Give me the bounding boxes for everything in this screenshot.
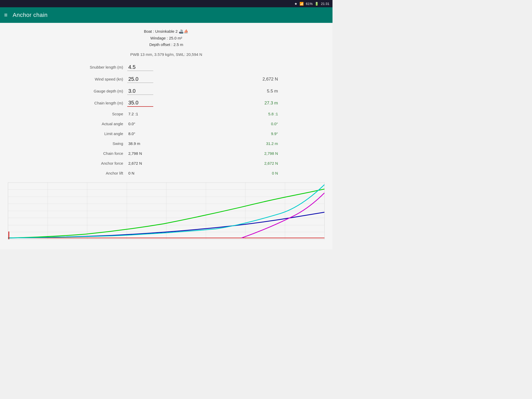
limit-angle-left: 8.0°	[127, 131, 169, 136]
swing-label: Swing	[49, 141, 127, 146]
scope-right: 5.8 :1	[242, 112, 283, 116]
swing-right: 31.2 m	[242, 141, 283, 146]
snubber-input[interactable]	[127, 64, 153, 71]
actual-angle-right: 0.0°	[242, 122, 283, 126]
anchor-lift-right: 0 N	[242, 171, 283, 175]
clock: 21:31	[321, 2, 329, 6]
app-bar: ≡ Anchor chain	[0, 7, 332, 23]
windage-line: Windage : 25.0 m²	[8, 35, 325, 42]
chain-force-left: 2,798 N	[127, 151, 169, 156]
wind-speed-row: Wind speed (kn) 2,672 N	[49, 73, 283, 85]
actual-angle-label: Actual angle	[49, 122, 127, 126]
boat-name-line: Boat : Unsinkable 2 🚢⛵	[8, 28, 325, 35]
anchor-lift-label: Anchor lift	[49, 171, 127, 175]
limit-angle-label: Limit angle	[49, 131, 127, 136]
actual-angle-row: Actual angle 0.0° 0.0°	[49, 119, 283, 129]
wind-speed-input[interactable]	[127, 76, 153, 83]
menu-icon[interactable]: ≡	[4, 12, 8, 18]
anchor-lift-row: Anchor lift 0 N 0 N	[49, 168, 283, 178]
snubber-row: Snubber length (m)	[49, 61, 283, 73]
depth-offset-line: Depth offset : 2.5 m	[8, 41, 325, 48]
chain-length-label: Chain length (m)	[49, 101, 127, 105]
content-area: Boat : Unsinkable 2 🚢⛵ Windage : 25.0 m²…	[0, 23, 332, 249]
limit-angle-row: Limit angle 8.0° 9.9°	[49, 129, 283, 139]
chart-container	[8, 182, 325, 240]
wind-speed-right: 2,672 N	[242, 77, 283, 82]
swing-row: Swing 38.9 m 31.2 m	[49, 139, 283, 149]
swing-left: 38.9 m	[127, 141, 169, 146]
gauge-depth-input[interactable]	[127, 88, 153, 95]
battery-icon: 🔋	[315, 2, 319, 6]
limit-angle-right: 9.9°	[242, 131, 283, 136]
chart-svg	[8, 183, 324, 239]
gauge-depth-right: 5.5 m	[242, 89, 283, 94]
app-title: Anchor chain	[13, 12, 48, 18]
chain-length-input[interactable]	[127, 99, 153, 107]
anchor-force-left: 2,672 N	[127, 161, 169, 165]
anchor-force-label: Anchor force	[49, 161, 127, 165]
boat-info-section: Boat : Unsinkable 2 🚢⛵ Windage : 25.0 m²…	[8, 28, 325, 48]
fields-section: Snubber length (m) Wind speed (kn) 2,672…	[49, 61, 283, 178]
chain-length-row: Chain length (m) 27.3 m	[49, 97, 283, 109]
wifi-icon: 📶	[300, 2, 304, 6]
anchor-lift-left: 0 N	[127, 171, 169, 175]
status-bar: ★ 📶 61% 🔋 21:31	[0, 0, 332, 7]
actual-angle-left: 0.0°	[127, 122, 169, 126]
bluetooth-icon: ★	[294, 2, 297, 6]
chain-specs: PWB 13 mm, 3.579 kg/m, SWL: 20,594 N	[8, 52, 325, 57]
scope-row: Scope 7.2 :1 5.8 :1	[49, 109, 283, 119]
anchor-force-right: 2,672 N	[242, 161, 283, 165]
chain-length-right: 27.3 m	[242, 101, 283, 106]
scope-label: Scope	[49, 112, 127, 116]
gauge-depth-label: Gauge depth (m)	[49, 89, 127, 93]
scope-left: 7.2 :1	[127, 112, 169, 116]
chain-force-row: Chain force 2,798 N 2,798 N	[49, 149, 283, 158]
wind-speed-label: Wind speed (kn)	[49, 77, 127, 81]
anchor-force-row: Anchor force 2,672 N 2,672 N	[49, 158, 283, 168]
chain-force-label: Chain force	[49, 151, 127, 156]
chain-force-right: 2,798 N	[242, 151, 283, 156]
gauge-depth-row: Gauge depth (m) 5.5 m	[49, 85, 283, 97]
snubber-label: Snubber length (m)	[49, 65, 127, 69]
battery-level: 61%	[306, 2, 312, 6]
